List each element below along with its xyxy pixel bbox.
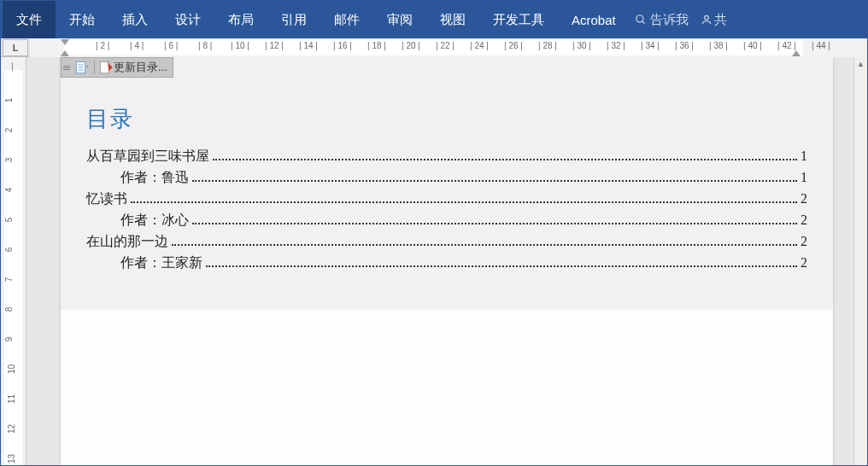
svg-point-2 — [704, 15, 708, 20]
tab-mailings[interactable]: 邮件 — [320, 1, 373, 38]
ruler-tick: | 36 | — [675, 41, 694, 50]
drag-handle-icon[interactable] — [63, 66, 70, 70]
ruler-tick: | 30 | — [572, 41, 591, 50]
toc-entry[interactable]: 作者：鲁迅 1 — [86, 169, 807, 187]
toc-entry-page: 1 — [801, 170, 807, 185]
tab-references[interactable]: 引用 — [267, 1, 320, 38]
tab-review[interactable]: 审阅 — [373, 1, 426, 38]
toc-entry[interactable]: 从百草园到三味书屋 1 — [86, 148, 807, 166]
toc-title: 目录 — [86, 104, 807, 134]
update-toc-label[interactable]: 更新目录... — [114, 60, 167, 75]
vertical-ruler[interactable]: — 1 2 3 4 5 6 7 8 9 10 11 12 13 — [1, 57, 26, 465]
toc-leader-dots — [131, 201, 797, 203]
toc-dropdown-icon[interactable] — [73, 60, 91, 75]
ruler-tick: | 44 | — [812, 41, 830, 50]
toc-entry-text: 从百草园到三味书屋 — [86, 148, 209, 166]
toc-leader-dots — [213, 159, 797, 160]
document-area[interactable]: ! 更新目录... 目录 从百草园到三味书屋 1 作者：鲁迅 1 — [26, 57, 867, 465]
ruler-tick: | 38 | — [709, 41, 728, 50]
tab-acrobat[interactable]: Acrobat — [558, 1, 630, 38]
first-line-indent-marker[interactable] — [61, 39, 69, 45]
toc-leader-dots — [192, 223, 797, 224]
tab-home[interactable]: 开始 — [56, 1, 108, 38]
ruler-tick: | 42 | — [777, 41, 796, 50]
toc-entry-page: 2 — [801, 234, 807, 249]
toc-entry-text: 忆读书 — [86, 190, 127, 208]
ruler-tick: | 2 | — [96, 41, 109, 50]
ruler-tick: | 18 | — [367, 41, 386, 50]
ruler-tick: | 32 | — [607, 41, 625, 50]
ruler-tick: | 4 | — [130, 41, 144, 50]
ruler-tick: | 24 | — [470, 41, 489, 50]
toc-entry-page: 2 — [801, 255, 807, 271]
toc-entry-text: 作者：王家新 — [86, 254, 202, 272]
toc-leader-dots — [206, 265, 797, 267]
horizontal-ruler[interactable]: | 2 | | 4 | | 6 | | 8 | | 10 | | 12 | | … — [30, 38, 867, 57]
ruler-tick: | 40 | — [743, 41, 762, 50]
tell-me-label: 告诉我 — [650, 12, 689, 28]
scroll-up-icon[interactable]: ▲ — [854, 57, 867, 71]
toc-control-bar[interactable]: ! 更新目录... — [61, 57, 173, 78]
share-label: 共 — [714, 12, 727, 28]
ruler-tick: | 16 | — [333, 41, 352, 50]
page[interactable]: ! 更新目录... 目录 从百草园到三味书屋 1 作者：鲁迅 1 — [61, 57, 833, 465]
vertical-scrollbar[interactable]: ▲ — [853, 57, 867, 465]
tab-file[interactable]: 文件 — [3, 1, 56, 38]
toc-entry[interactable]: 忆读书 2 — [86, 190, 807, 208]
update-toc-icon[interactable]: ! — [98, 60, 114, 75]
toc-entry[interactable]: 在山的那一边 2 — [86, 233, 807, 251]
search-icon — [635, 14, 647, 26]
ruler-tick: | 22 | — [436, 41, 455, 50]
right-indent-marker[interactable] — [792, 50, 801, 56]
tell-me-search[interactable]: 告诉我 — [635, 12, 689, 28]
person-icon — [701, 14, 713, 26]
svg-line-1 — [642, 21, 644, 24]
tab-view[interactable]: 视图 — [426, 1, 479, 38]
toc-entry[interactable]: 作者：王家新 2 — [86, 254, 807, 272]
hanging-indent-marker[interactable] — [61, 50, 69, 56]
tab-insert[interactable]: 插入 — [108, 1, 161, 38]
ruler-tick: | 26 | — [504, 41, 523, 50]
ruler-tick: | 14 | — [299, 41, 318, 50]
svg-point-0 — [636, 15, 642, 22]
toc-entry-text: 在山的那一边 — [86, 233, 168, 251]
ruler-tick: | 28 | — [538, 41, 557, 50]
toc-entry[interactable]: 作者：冰心 2 — [86, 212, 807, 230]
ruler-tick: | 6 | — [164, 41, 178, 50]
toc-entry-text: 作者：冰心 — [86, 212, 189, 230]
share-button[interactable]: 共 — [701, 12, 727, 28]
ruler-tick: | 34 | — [641, 41, 660, 50]
ruler-tick: | 20 | — [402, 41, 420, 50]
svg-text:!: ! — [108, 61, 109, 68]
tab-design[interactable]: 设计 — [161, 1, 214, 38]
toc-entry-page: 2 — [801, 213, 807, 228]
toc-entry-text: 作者：鲁迅 — [86, 169, 189, 187]
toc-entry-page: 1 — [801, 149, 807, 164]
ruler-tick: | 10 | — [231, 41, 249, 50]
tab-layout[interactable]: 布局 — [214, 1, 267, 38]
ribbon-tabs: 文件 开始 插入 设计 布局 引用 邮件 审阅 视图 开发工具 Acrobat … — [1, 1, 867, 38]
toc-leader-dots — [192, 180, 797, 182]
tab-selector[interactable]: L — [3, 39, 28, 56]
ruler-tick: | 8 | — [198, 41, 212, 50]
toc-field[interactable]: 目录 从百草园到三味书屋 1 作者：鲁迅 1 忆读书 2 — [61, 57, 833, 310]
tab-developer[interactable]: 开发工具 — [479, 1, 558, 38]
toc-entry-page: 2 — [801, 191, 807, 207]
ruler-tick: | 12 | — [265, 41, 284, 50]
toc-leader-dots — [172, 244, 797, 246]
